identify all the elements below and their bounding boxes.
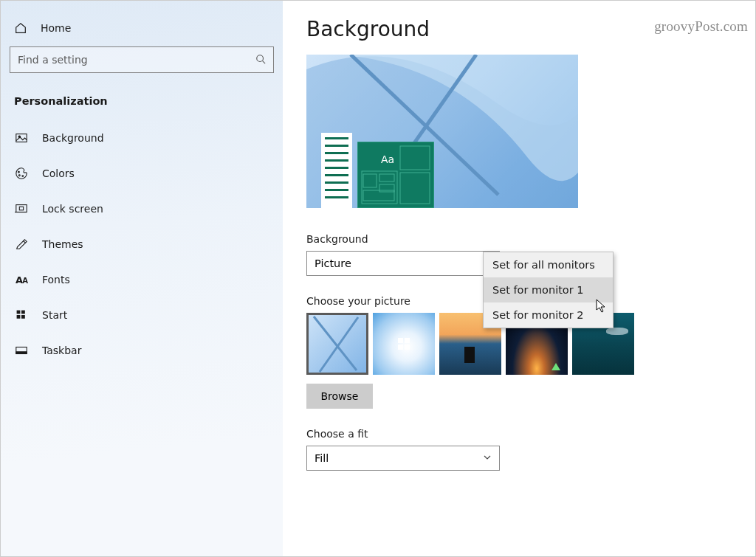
- svg-rect-12: [17, 315, 21, 319]
- sidebar-item-fonts[interactable]: AA Fonts: [8, 262, 275, 297]
- svg-rect-10: [17, 311, 21, 314]
- sidebar-item-colors[interactable]: Colors: [8, 156, 275, 191]
- svg-rect-29: [405, 338, 410, 343]
- ctx-set-all-monitors[interactable]: Set for all monitors: [484, 252, 613, 277]
- preview-sample-panel: Aa: [357, 142, 434, 208]
- svg-rect-7: [16, 205, 27, 212]
- search-icon: [248, 54, 273, 66]
- home-label: Home: [41, 22, 71, 34]
- sidebar-item-label: Colors: [42, 167, 75, 179]
- taskbar-icon: [14, 343, 29, 358]
- preview-sample-text: Aa: [381, 153, 394, 165]
- svg-rect-22: [363, 174, 377, 187]
- fit-dropdown-value: Fill: [315, 452, 329, 464]
- svg-rect-20: [400, 146, 430, 170]
- lockscreen-icon: [14, 201, 29, 216]
- svg-rect-15: [16, 352, 27, 354]
- svg-point-4: [18, 171, 20, 173]
- svg-rect-31: [405, 345, 410, 350]
- fit-dropdown[interactable]: Fill: [306, 446, 500, 471]
- sidebar-item-background[interactable]: Background: [8, 120, 275, 156]
- background-field-label: Background: [306, 233, 732, 245]
- watermark: groovyPost.com: [654, 18, 748, 35]
- image-icon: [14, 131, 29, 145]
- sidebar-item-label: Fonts: [42, 274, 70, 286]
- browse-button[interactable]: Browse: [306, 384, 373, 409]
- chevron-down-icon: [483, 453, 492, 464]
- search-input[interactable]: [10, 54, 248, 66]
- svg-rect-11: [21, 311, 25, 314]
- thumbnail-wallpaper-windows-light[interactable]: [373, 313, 435, 375]
- fonts-icon: AA: [14, 272, 29, 287]
- svg-rect-18: [357, 142, 434, 208]
- home-icon: [14, 21, 27, 35]
- svg-line-1: [263, 60, 266, 63]
- sidebar-item-label: Start: [42, 309, 67, 321]
- svg-rect-13: [21, 315, 25, 319]
- sidebar-item-themes[interactable]: Themes: [8, 226, 275, 262]
- ctx-set-monitor-2[interactable]: Set for monitor 2: [484, 302, 613, 328]
- choose-fit-label: Choose a fit: [306, 428, 732, 440]
- sidebar: Home Personalization Background Colors L…: [1, 1, 283, 556]
- start-icon: [14, 308, 29, 322]
- context-menu: Set for all monitors Set for monitor 1 S…: [483, 252, 614, 328]
- palette-icon: [14, 166, 29, 181]
- search-box[interactable]: [10, 46, 274, 73]
- svg-point-0: [257, 55, 264, 61]
- ctx-set-monitor-1[interactable]: Set for monitor 1: [484, 277, 613, 302]
- svg-rect-21: [400, 173, 430, 204]
- background-dropdown-value: Picture: [315, 257, 351, 269]
- thumbnail-wallpaper-abstract-blue[interactable]: [306, 313, 368, 375]
- sidebar-item-label: Themes: [42, 238, 83, 250]
- svg-rect-9: [19, 207, 23, 210]
- sidebar-item-label: Background: [42, 132, 104, 144]
- themes-icon: [14, 237, 29, 252]
- svg-rect-28: [398, 338, 403, 343]
- sidebar-item-lockscreen[interactable]: Lock screen: [8, 191, 275, 226]
- svg-rect-30: [398, 345, 403, 350]
- preview-sample-window: [321, 133, 352, 208]
- svg-point-6: [22, 176, 24, 177]
- svg-rect-23: [379, 174, 394, 181]
- section-title: Personalization: [8, 89, 275, 120]
- sidebar-item-start[interactable]: Start: [8, 297, 275, 333]
- background-dropdown[interactable]: Picture: [306, 251, 500, 276]
- wallpaper-preview: Aa: [306, 55, 578, 208]
- sidebar-item-taskbar[interactable]: Taskbar: [8, 333, 275, 368]
- home-nav[interactable]: Home: [8, 14, 275, 42]
- svg-line-26: [314, 316, 357, 370]
- sidebar-item-label: Lock screen: [42, 203, 103, 215]
- svg-point-5: [18, 175, 20, 176]
- sidebar-item-label: Taskbar: [42, 345, 81, 356]
